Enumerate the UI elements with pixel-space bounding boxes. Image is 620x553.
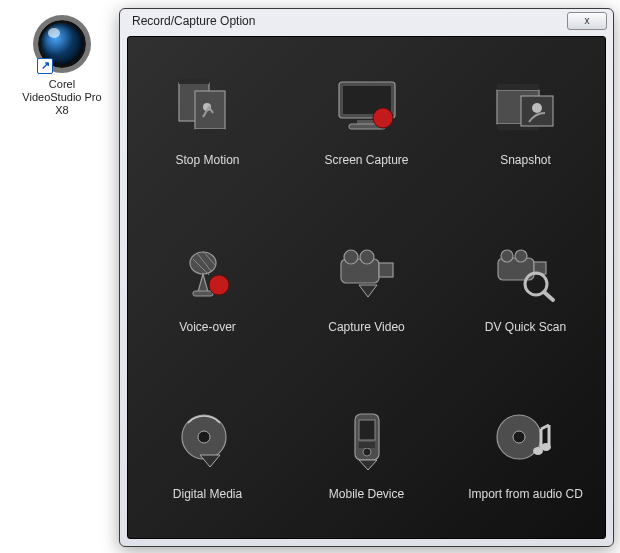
svg-marker-22 [359,285,377,297]
svg-point-19 [344,250,358,264]
svg-rect-11 [497,84,539,90]
option-stop-motion[interactable]: Stop Motion [128,37,287,204]
svg-point-38 [513,431,525,443]
svg-point-20 [360,250,374,264]
option-capture-video[interactable]: Capture Video [287,204,446,371]
option-label: Snapshot [500,153,551,167]
svg-point-24 [501,250,513,262]
import-audio-cd-icon [490,409,562,473]
option-voice-over[interactable]: Voice-over [128,204,287,371]
svg-point-25 [515,250,527,262]
svg-point-9 [373,108,393,128]
svg-point-15 [190,252,216,274]
close-button[interactable]: x [567,12,607,30]
record-capture-dialog: Record/Capture Option x Stop Motion [119,8,614,547]
option-digital-media[interactable]: Digital Media [128,371,287,538]
svg-rect-35 [359,442,375,448]
option-dv-quick-scan[interactable]: DV Quick Scan [446,204,605,371]
svg-line-28 [544,292,553,300]
svg-point-30 [198,431,210,443]
desktop-shortcut-corel-videostudio[interactable]: ↗ Corel VideoStudio Pro X8 [22,20,102,117]
svg-point-17 [209,275,229,295]
option-label: Mobile Device [329,487,404,501]
option-label: Import from audio CD [468,487,583,501]
option-label: DV Quick Scan [485,320,566,334]
option-snapshot[interactable]: Snapshot [446,37,605,204]
titlebar: Record/Capture Option x [120,9,613,36]
svg-rect-33 [359,420,375,440]
stop-motion-icon [172,75,244,139]
voice-over-icon [172,242,244,306]
option-import-audio-cd[interactable]: Import from audio CD [446,371,605,538]
svg-marker-31 [200,455,220,467]
svg-rect-16 [193,291,213,296]
option-label: Screen Capture [324,153,408,167]
svg-point-34 [363,448,371,456]
mobile-device-icon [331,409,403,473]
option-mobile-device[interactable]: Mobile Device [287,371,446,538]
digital-media-icon [172,409,244,473]
desktop-icon-label: Corel VideoStudio Pro X8 [22,78,102,117]
svg-rect-3 [179,79,209,84]
option-label: Digital Media [173,487,242,501]
option-screen-capture[interactable]: Screen Capture [287,37,446,204]
screen-capture-icon [331,75,403,139]
snapshot-icon [490,75,562,139]
svg-rect-4 [195,129,225,134]
options-grid: Stop Motion Screen Capture [128,37,605,538]
svg-marker-36 [359,460,377,470]
capture-video-icon [331,242,403,306]
option-label: Stop Motion [175,153,239,167]
shortcut-overlay-icon: ↗ [37,58,53,74]
svg-rect-21 [379,263,393,277]
options-panel: Stop Motion Screen Capture [127,36,606,539]
option-label: Capture Video [328,320,405,334]
dialog-title: Record/Capture Option [132,12,255,28]
svg-point-40 [541,443,551,451]
dv-quick-scan-icon [490,242,562,306]
option-label: Voice-over [179,320,236,334]
svg-point-14 [532,103,542,113]
